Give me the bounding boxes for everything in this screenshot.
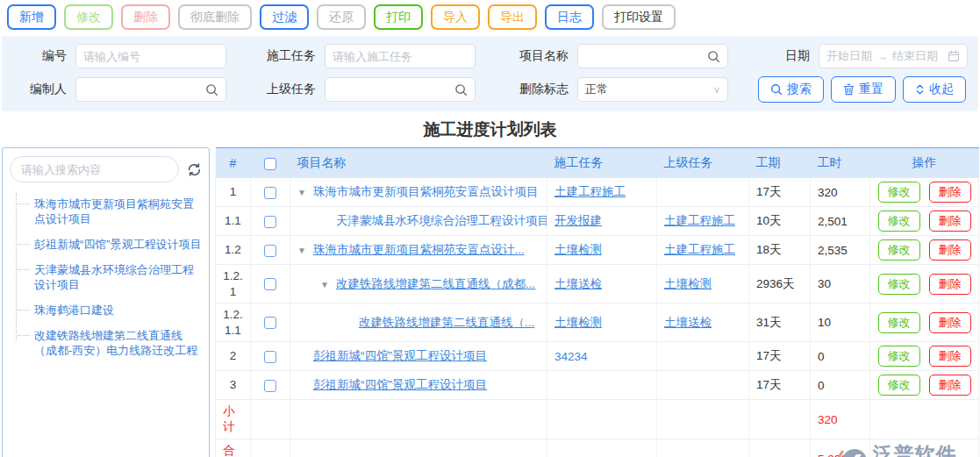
task-link[interactable]: 开发报建: [554, 214, 602, 227]
delete-button[interactable]: 删除: [121, 4, 170, 30]
row-delete-button[interactable]: 删除: [929, 375, 971, 396]
hours-cell: 320: [811, 178, 870, 207]
row-checkbox[interactable]: [264, 245, 276, 257]
parent-task-link[interactable]: 土建工程施工: [664, 214, 735, 227]
sidebar-search-input[interactable]: [21, 163, 168, 176]
search-icon[interactable]: [707, 50, 720, 63]
task-link[interactable]: 土建工程施工: [554, 185, 626, 198]
row-edit-button[interactable]: 修改: [878, 346, 920, 367]
task-link[interactable]: 34234: [554, 350, 588, 363]
select-all-checkbox[interactable]: [264, 158, 276, 170]
project-name-link[interactable]: 彭祖新城“四馆”景观工程设计项目: [313, 378, 487, 391]
hours-cell: 0: [811, 342, 870, 371]
toolbar: 新增 修改 删除 彻底删除 过滤 还原 打印 导入 导出 日志 打印设置: [0, 0, 980, 34]
collapse-row-icon[interactable]: ▼: [320, 280, 331, 289]
col-header-hours: 工时: [811, 148, 870, 178]
project-input[interactable]: [585, 50, 707, 63]
col-header-name: 项目名称: [290, 148, 547, 178]
row-delete-button[interactable]: 删除: [929, 211, 971, 232]
col-header-actions: 操作: [870, 148, 979, 178]
purge-delete-button[interactable]: 彻底删除: [178, 4, 252, 30]
filter-button[interactable]: 过滤: [260, 4, 309, 30]
code-input[interactable]: [83, 50, 218, 63]
row-delete-button[interactable]: 删除: [929, 346, 971, 367]
table-row: 1.2 ▼珠海市城市更新项目紫桐苑安置点设计... 土壤检测 土建工程施工 18…: [216, 236, 979, 265]
task-input[interactable]: [333, 50, 468, 63]
tree-item-project-2[interactable]: 彭祖新城“四馆”景观工程设计项目: [11, 232, 202, 257]
refresh-icon[interactable]: [187, 162, 202, 177]
collapse-button[interactable]: 收起: [903, 76, 966, 103]
parent-task-link[interactable]: 土建工程施工: [664, 243, 735, 256]
project-name-link[interactable]: 彭祖新城“四馆”景观工程设计项目: [313, 349, 487, 362]
print-settings-button[interactable]: 打印设置: [602, 4, 676, 30]
row-num: 2: [216, 342, 251, 371]
row-delete-button[interactable]: 删除: [929, 274, 971, 295]
edit-button[interactable]: 修改: [64, 4, 113, 30]
parent-task-cell: [657, 178, 749, 207]
parent-task-field[interactable]: [325, 77, 476, 102]
task-field[interactable]: [325, 44, 476, 68]
project-name-link[interactable]: 改建铁路线增建第二线直通线（成都...: [336, 277, 535, 290]
sidebar-search-field[interactable]: [10, 156, 179, 182]
project-name-link[interactable]: 改建铁路线增建第二线直通线（...: [359, 316, 534, 329]
log-button[interactable]: 日志: [545, 4, 594, 30]
col-header-num: #: [216, 148, 251, 178]
row-edit-button[interactable]: 修改: [878, 211, 920, 232]
date-end-placeholder: 结束日期: [892, 48, 938, 64]
export-button[interactable]: 导出: [488, 4, 537, 30]
delete-flag-select[interactable]: 正常 ∨: [577, 77, 728, 102]
row-delete-button[interactable]: 删除: [929, 312, 971, 333]
row-checkbox[interactable]: [264, 351, 276, 363]
tree-item-project-5[interactable]: 改建铁路线增建第二线直通线（成都-西安）电力线路迁改工程: [11, 323, 202, 363]
add-button[interactable]: 新增: [7, 4, 56, 30]
task-link[interactable]: 土壤检测: [554, 316, 602, 329]
row-checkbox[interactable]: [264, 216, 276, 228]
row-delete-button[interactable]: 删除: [929, 239, 971, 261]
restore-button[interactable]: 还原: [317, 4, 366, 30]
reset-button-label: 重置: [859, 82, 883, 97]
row-checkbox[interactable]: [264, 380, 276, 392]
reset-button[interactable]: 重置: [831, 76, 896, 103]
calendar-icon[interactable]: [948, 50, 960, 62]
row-checkbox[interactable]: [264, 317, 276, 329]
author-input[interactable]: [83, 83, 205, 96]
author-field[interactable]: [75, 77, 226, 102]
print-button[interactable]: 打印: [374, 4, 423, 30]
search-button[interactable]: 搜索: [758, 76, 824, 103]
import-button[interactable]: 导入: [431, 4, 480, 30]
project-field[interactable]: [577, 44, 728, 68]
parent-task-link[interactable]: 土壤送检: [664, 316, 712, 329]
row-num: 1: [216, 178, 251, 207]
row-edit-button[interactable]: 修改: [878, 375, 920, 396]
main-content: 珠海市城市更新项目紫桐苑安置点设计项目 彭祖新城“四馆”景观工程设计项目 天津蒙…: [0, 147, 980, 457]
code-field[interactable]: [75, 44, 226, 68]
row-delete-button[interactable]: 删除: [929, 182, 971, 203]
parent-task-link[interactable]: 土壤检测: [664, 277, 712, 290]
project-name-link[interactable]: 天津蒙城县水环境综合治理工程设计项目: [336, 214, 547, 227]
row-checkbox[interactable]: [264, 278, 276, 290]
code-label: 编号: [12, 48, 67, 64]
project-name-link[interactable]: 珠海市城市更新项目紫桐苑安置点设计项目: [313, 185, 539, 198]
row-edit-button[interactable]: 修改: [878, 312, 920, 333]
row-edit-button[interactable]: 修改: [878, 274, 920, 295]
tree-item-project-4[interactable]: 珠海鹤港口建设: [11, 297, 202, 323]
date-range-field[interactable]: 开始日期 → 结束日期: [819, 44, 968, 68]
search-icon[interactable]: [205, 83, 218, 96]
row-edit-button[interactable]: 修改: [878, 182, 920, 203]
task-link[interactable]: 土壤检测: [554, 243, 602, 256]
project-name-link[interactable]: 珠海市城市更新项目紫桐苑安置点设计...: [313, 243, 525, 256]
parent-task-input[interactable]: [333, 83, 454, 96]
task-link[interactable]: 土壤送检: [554, 277, 602, 290]
project-label: 项目名称: [500, 48, 569, 64]
tree-item-project-3[interactable]: 天津蒙城县水环境综合治理工程设计项目: [11, 257, 202, 297]
search-icon[interactable]: [454, 83, 468, 96]
collapse-row-icon[interactable]: ▼: [297, 188, 308, 197]
filter-panel: 编号 施工任务 项目名称 日期 开始日期: [2, 36, 978, 111]
col-header-checkbox: [251, 148, 290, 178]
row-edit-button[interactable]: 修改: [878, 239, 920, 261]
tree-item-project-1[interactable]: 珠海市城市更新项目紫桐苑安置点设计项目: [11, 191, 202, 232]
row-checkbox[interactable]: [264, 187, 276, 199]
page-title: 施工进度计划列表: [0, 111, 980, 147]
collapse-row-icon[interactable]: ▼: [297, 246, 308, 255]
row-num: 1.2: [216, 236, 251, 265]
